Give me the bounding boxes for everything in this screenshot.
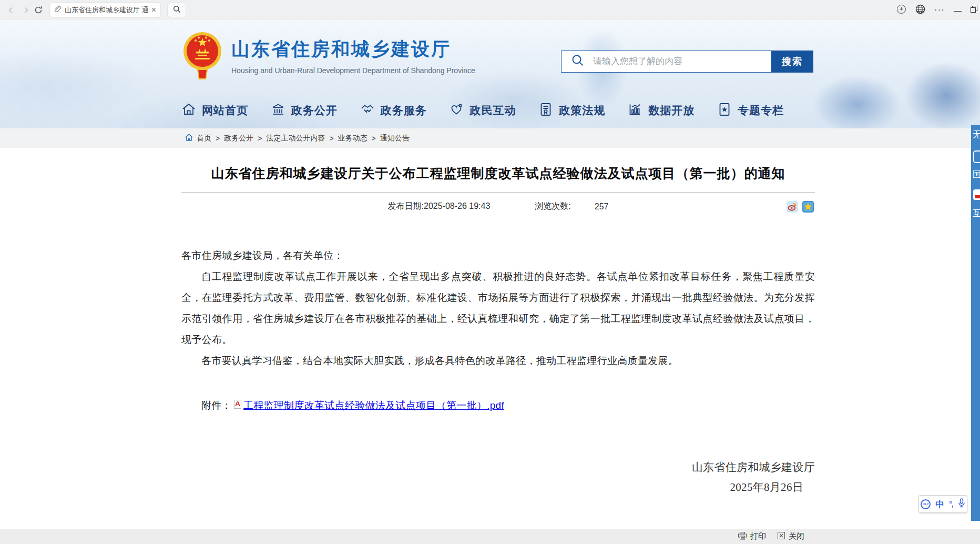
article-content: 山东省住房和城乡建设厅关于公布工程监理制度改革试点经验做法及试点项目（第一批）的… [0, 148, 980, 529]
nav-label: 专题专栏 [738, 103, 784, 118]
breadcrumb-separator: > [258, 134, 262, 143]
policy-document-icon [538, 102, 553, 119]
site-search: 搜索 [561, 51, 813, 73]
home-icon [181, 102, 196, 119]
side-panel-icon [973, 189, 980, 200]
bank-icon [271, 102, 285, 119]
breadcrumb-item-home[interactable]: 首页 [197, 134, 211, 143]
attachment-row: 附件： 工程监理制度改革试点经验做法及试点项目（第一批）.pdf [181, 395, 815, 416]
search-icon [571, 54, 585, 69]
download-icon[interactable] [896, 4, 906, 16]
browser-forward-button[interactable]: › [20, 0, 33, 19]
browser-toolbar: ‹ › 山东省住房和城乡建设厅 通知 × ··· — [0, 0, 980, 20]
nav-label: 政务公开 [291, 103, 338, 118]
qzone-share-icon[interactable] [802, 201, 814, 215]
article-body: 各市住房城乡建设局，各有关单位： 自工程监理制度改革试点工作开展以来，全省呈现出… [181, 245, 815, 497]
paragraph: 自工程监理制度改革试点工作开展以来，全省呈现出多点突破、积极推进的良好态势。各试… [181, 266, 815, 350]
site-brand: 山东省住房和城乡建设厅 Housing and Urban-Rural Deve… [231, 37, 475, 75]
attachment-link[interactable]: 工程监理制度改革试点经验做法及试点项目（第一批）.pdf [243, 395, 504, 416]
search-input[interactable] [592, 56, 771, 67]
site-title: 山东省住房和城乡建设厅 [231, 37, 475, 62]
signature-name: 山东省住房和城乡建设厅 [181, 457, 815, 477]
nav-item-govinfo[interactable]: 政务公开 [271, 102, 338, 119]
nav-item-topics[interactable]: 专题专栏 [717, 102, 784, 119]
menu-dots-icon[interactable]: ··· [934, 0, 945, 20]
reload-icon[interactable] [34, 5, 43, 15]
pdf-icon [234, 395, 241, 416]
nav-item-opendata[interactable]: 数据开放 [628, 102, 695, 119]
browser-search-button[interactable] [167, 3, 186, 17]
browser-window-controls: ··· — [896, 0, 977, 20]
publish-date: 发布日期:2025-08-26 19:43 [388, 201, 491, 212]
globe-icon[interactable] [915, 4, 925, 16]
side-panel-glyph: 无 [973, 129, 980, 140]
browser-back-button[interactable]: ‹ [4, 0, 17, 19]
print-button[interactable]: 打印 [750, 531, 766, 541]
nav-label: 政民互动 [469, 103, 516, 118]
nav-item-interaction[interactable]: 政民互动 [449, 102, 516, 119]
views-count: 257 [595, 202, 609, 211]
handshake-icon [360, 102, 375, 119]
breadcrumb-item-govinfo[interactable]: 政务公开 [224, 134, 253, 143]
close-box-icon[interactable] [778, 532, 785, 541]
salutation: 各市住房城乡建设局，各有关单位： [181, 245, 815, 266]
printer-icon[interactable] [738, 532, 747, 541]
star-document-icon [717, 102, 732, 119]
views-label: 浏览次数: [535, 201, 570, 212]
site-header: 山东省住房和城乡建设厅 Housing and Urban-Rural Deve… [0, 20, 980, 128]
nav-label: 政务服务 [381, 103, 427, 118]
breadcrumb-separator: > [216, 134, 220, 143]
chart-icon [628, 102, 642, 119]
nav-label: 政策法规 [559, 103, 605, 118]
signature-date: 2025年8月26日 [181, 477, 815, 497]
signature-block: 山东省住房和城乡建设厅 2025年8月26日 [181, 457, 815, 497]
ime-punctuation-toggle[interactable]: °, [949, 500, 953, 508]
side-panel-glyph: 互 [973, 208, 980, 219]
main-nav: 网站首页 政务公开 政务服务 政民互动 政策法规 [181, 99, 784, 122]
nav-label: 网站首页 [202, 103, 248, 118]
title-divider [181, 193, 815, 193]
breadcrumb-separator: > [372, 134, 376, 143]
browser-tab[interactable]: 山东省住房和城乡建设厅 通知 × [50, 3, 160, 17]
ime-language-bar[interactable]: iFLY 中 °, [918, 495, 967, 513]
site-subtitle: Housing and Urban-Rural Development Depa… [231, 66, 475, 75]
floating-side-panel[interactable]: 无 国 互 [971, 125, 980, 521]
link-icon [54, 5, 62, 15]
national-emblem [183, 31, 222, 84]
breadcrumb: 首页 > 政务公开 > 法定主动公开内容 > 业务动态 > 通知公告 [0, 128, 980, 148]
breadcrumb-item-notices[interactable]: 通知公告 [380, 134, 410, 143]
paragraph: 各市要认真学习借鉴，结合本地实际大胆实践，形成各具特色的改革路径，推动工程监理行… [181, 350, 815, 371]
restore-window-icon[interactable] [971, 5, 977, 15]
heart-icon [449, 102, 464, 119]
tab-title: 山东省住房和城乡建设厅 通知 [65, 5, 149, 15]
side-panel-glyph: 国 [973, 169, 980, 180]
tab-close-icon[interactable]: × [151, 3, 156, 17]
ime-language-toggle[interactable]: 中 [935, 498, 944, 510]
page-title: 山东省住房和城乡建设厅关于公布工程监理制度改革试点经验做法及试点项目（第一批）的… [181, 148, 815, 182]
nav-label: 数据开放 [648, 103, 695, 118]
microphone-icon[interactable] [958, 498, 965, 510]
breadcrumb-separator: > [329, 134, 333, 143]
nav-item-services[interactable]: 政务服务 [360, 102, 427, 119]
nav-item-policies[interactable]: 政策法规 [538, 102, 605, 119]
side-panel-icon [973, 150, 980, 163]
nav-item-home[interactable]: 网站首页 [181, 102, 248, 119]
search-submit-button[interactable]: 搜索 [771, 51, 813, 73]
minimize-icon[interactable]: — [954, 6, 962, 15]
ifly-logo-icon: iFLY [921, 499, 931, 509]
close-button[interactable]: 关闭 [789, 531, 804, 541]
weibo-share-icon[interactable] [787, 201, 798, 215]
breadcrumb-item-statutory[interactable]: 法定主动公开内容 [266, 134, 325, 143]
search-icon [173, 5, 181, 15]
article-footer-bar: 打印 关闭 [0, 529, 980, 544]
attachment-label: 附件： [201, 395, 232, 416]
breadcrumb-item-business[interactable]: 业务动态 [338, 134, 368, 143]
article-meta: 发布日期:2025-08-26 19:43 浏览次数: 257 [181, 201, 815, 215]
home-icon [185, 134, 193, 143]
